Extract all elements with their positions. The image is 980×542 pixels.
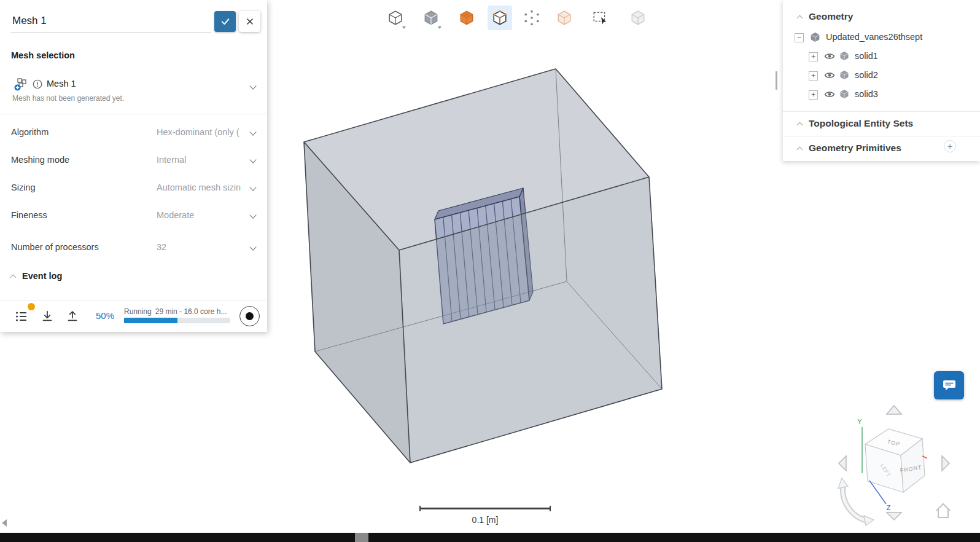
fineness-select[interactable]: Moderate [157,210,246,220]
solid-cube-icon [839,70,849,80]
mesh-settings-panel: Mesh selection Mesh 1 Mesh has not been … [0,0,267,332]
rotate-right-arrow[interactable] [942,456,949,471]
processors-select[interactable]: 32 [157,242,246,252]
chevron-up-icon [797,147,803,153]
taskbar-notch [355,533,368,542]
solid-label[interactable]: solid2 [855,70,878,80]
chevron-down-icon[interactable] [249,82,256,89]
event-log-toggle[interactable]: Event log [0,269,267,286]
chevron-down-icon[interactable] [249,128,256,135]
topological-entity-sets-header[interactable]: Topological Entity Sets [783,116,980,134]
mesh-selection-heading: Mesh selection [11,50,75,60]
add-primitive-button[interactable] [944,140,956,152]
visibility-eye-icon[interactable] [824,90,835,98]
cancel-button[interactable] [239,11,260,32]
field-label: Algorithm [11,127,49,137]
field-label: Sizing [11,183,36,192]
chevron-down-icon[interactable] [249,243,256,250]
toolbar-box-select-button[interactable] [588,6,612,30]
rotate-up-arrow[interactable] [887,406,901,414]
job-status-detail: 29 min - 16.0 core h... [155,307,227,316]
collapse-panel-arrow-icon[interactable] [2,519,7,527]
scene-tree-panel: Geometry Updated_vanes26thsept solid1 [783,0,980,161]
field-fineness: Fineness Moderate [0,208,267,224]
solid-label[interactable]: solid1 [855,51,878,61]
orange-mesh-cube-icon [459,10,475,26]
mesh-display-cube-icon [492,10,508,26]
divider [783,111,980,112]
download-button[interactable] [39,308,55,324]
isometric-cube-icon [387,10,403,26]
solid-cube-icon [839,89,849,99]
solid-row[interactable]: solid3 [783,88,980,105]
algorithm-select[interactable]: Hex-dominant (only ( [157,127,246,137]
toolbar-solid-view-button[interactable] [419,6,443,30]
expand-node-icon[interactable] [809,71,818,81]
toolbar-vertices-view-button[interactable] [519,6,544,30]
close-icon [246,17,254,26]
stop-job-button[interactable] [239,306,260,326]
geometry-root-label[interactable]: Updated_vanes26thsept [826,32,922,42]
dropdown-caret-icon [438,26,441,29]
check-icon [220,16,231,27]
upload-button[interactable] [64,308,80,324]
panel-resize-handle[interactable] [776,71,777,90]
topological-header-label: Topological Entity Sets [809,118,913,129]
field-meshing-mode: Meshing mode Internal [0,153,267,169]
meshing-mode-select[interactable]: Internal [157,155,246,165]
chevron-up-icon [797,15,803,22]
transparent-cube-icon [556,10,572,26]
outer-cube [304,69,662,463]
job-status-label: Running [124,307,152,316]
scale-bar: 0.1 [m] [419,508,551,525]
solid-label[interactable]: solid3 [855,89,878,99]
toolbar-mesh-display-button[interactable] [488,6,512,30]
visibility-eye-icon[interactable] [824,52,835,60]
collapse-node-icon[interactable] [795,33,804,42]
chevron-down-icon[interactable] [249,156,256,163]
home-view-icon[interactable] [936,504,950,517]
sizing-select[interactable]: Automatic mesh sizin [157,183,246,192]
solid-row[interactable]: solid2 [783,69,980,86]
nav-gizmo[interactable]: TOP FRONT LEFT Y Z [832,399,955,532]
field-label: Meshing mode [11,155,69,165]
field-algorithm: Algorithm Hex-dominant (only ( [0,125,267,141]
primitives-header-label: Geometry Primitives [809,143,901,154]
download-icon [41,310,54,323]
solid-row[interactable]: solid1 [783,50,980,67]
progress-fill [124,318,177,323]
toolbar-surface-mesh-button[interactable] [454,6,479,30]
mesh-cube-add-icon [14,77,28,92]
confirm-button[interactable] [214,11,236,32]
chevron-up-icon [797,122,803,128]
scale-label: 0.1 [m] [419,515,551,525]
event-log-label: Event log [22,271,62,281]
taskbar-strip [0,533,980,542]
mesh-item-row[interactable]: Mesh 1 Mesh has not been generated yet. [0,74,267,111]
expand-node-icon[interactable] [809,90,818,100]
expand-node-icon[interactable] [809,52,818,61]
view-cube[interactable]: TOP FRONT LEFT [865,429,925,492]
axis-y-label: Y [857,418,862,425]
toolbar-transparent-view-button[interactable] [552,6,577,30]
mesh-item-subtitle: Mesh has not been generated yet. [12,94,124,103]
geometry-header-label: Geometry [809,11,853,22]
rotate-down-arrow[interactable] [887,513,901,520]
rotate-left-arrow[interactable] [839,456,846,471]
visibility-eye-icon[interactable] [824,71,835,79]
toolbar-isometric-view-button[interactable] [383,6,408,30]
mesh-item-label: Mesh 1 [47,79,76,88]
chevron-down-icon[interactable] [249,211,256,218]
chevron-up-icon [10,275,17,281]
geometry-root-row[interactable]: Updated_vanes26thsept [783,31,980,48]
scale-bar-line [419,508,551,509]
geometry-section-header[interactable]: Geometry [783,9,980,27]
toolbar-disabled-cube-button [626,6,650,30]
geometry-primitives-header[interactable]: Geometry Primitives [783,140,980,159]
chevron-down-icon[interactable] [249,184,256,190]
event-list-button[interactable] [14,308,29,324]
chat-support-button[interactable] [934,371,964,399]
mesh-name-input[interactable] [11,10,211,33]
field-num-processors: Number of processors 32 [0,240,267,256]
rotate-arrow-icon[interactable] [838,478,874,525]
